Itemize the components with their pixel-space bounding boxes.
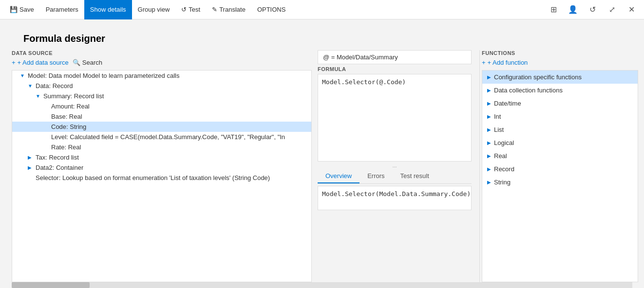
function-expand-icon: ▶ (487, 166, 491, 172)
function-item-label: Date/time (494, 100, 521, 107)
tree-item[interactable]: Base: Real (12, 111, 311, 122)
tree-item-label: Data: Record (36, 82, 73, 90)
formula-editor[interactable]: Model.Selector(@.Code) (318, 74, 472, 162)
plus-icon: + (482, 59, 486, 66)
tree-arrow-icon: ▼ (20, 73, 28, 78)
refresh-icon-button[interactable]: ↺ (584, 1, 601, 18)
tree-arrow-icon: ▶ (28, 165, 36, 170)
tree-item-label: Level: Calculated field = CASE(model.Dat… (51, 133, 285, 141)
divider (479, 50, 480, 282)
function-expand-icon: ▶ (487, 153, 491, 159)
function-item-label: List (494, 126, 504, 133)
functions-list: ▶Configuration specific functions▶Data c… (482, 70, 638, 282)
function-item-label: Configuration specific functions (494, 73, 582, 81)
function-item[interactable]: ▶Date/time (482, 97, 638, 110)
options-button[interactable]: OPTIONS (251, 0, 292, 19)
group-view-button[interactable]: Group view (132, 0, 176, 19)
save-icon: 💾 (10, 6, 18, 13)
function-item-label: Int (494, 113, 501, 120)
tree-arrow-icon: ▼ (28, 83, 36, 89)
functions-label: FUNCTIONS (482, 50, 638, 56)
tab-errors[interactable]: Errors (360, 169, 392, 183)
function-item[interactable]: ▶Configuration specific functions (482, 71, 638, 84)
expand-icon-button[interactable]: ⤢ (603, 1, 621, 18)
formula-path: @ = Model/Data/Summary (318, 50, 472, 64)
formula-tabs: OverviewErrorsTest result (318, 169, 472, 184)
datasource-label: DATA SOURCE (12, 50, 312, 56)
body-area: DATA SOURCE + + Add data source 🔍 Search… (0, 50, 644, 282)
function-item[interactable]: ▶Int (482, 110, 638, 123)
function-item[interactable]: ▶String (482, 176, 638, 189)
tab-test_result[interactable]: Test result (393, 169, 437, 183)
tree-item-label: Rate: Real (51, 144, 81, 151)
datasource-tree: ▼Model: Data model Model to learn parame… (12, 70, 312, 282)
function-item[interactable]: ▶Record (482, 162, 638, 176)
tree-item[interactable]: ▼Model: Data model Model to learn parame… (12, 71, 311, 81)
function-expand-icon: ▶ (487, 114, 491, 119)
functions-panel: FUNCTIONS + + Add function ▶Configuratio… (482, 50, 644, 282)
horizontal-scrollbar[interactable] (12, 282, 632, 288)
tree-item[interactable]: ▶Tax: Record list (12, 152, 311, 162)
datasource-panel: DATA SOURCE + + Add data source 🔍 Search… (0, 50, 312, 282)
titlebar-right-controls: ⊞ 👤 ↺ ⤢ ✕ (545, 1, 640, 18)
tree-item[interactable]: ▼Summary: Record list (12, 91, 311, 101)
tree-item[interactable]: ▼Data: Record (12, 81, 311, 91)
tree-item[interactable]: Selector: Lookup based on format enumera… (12, 173, 311, 183)
formula-more: ... (318, 162, 472, 169)
page-title: Formula designer (12, 25, 632, 48)
function-item-label: Logical (494, 139, 514, 146)
tree-item[interactable]: Rate: Real (12, 142, 311, 152)
tree-arrow-icon: ▶ (28, 155, 36, 160)
close-button[interactable]: ✕ (623, 1, 640, 18)
person-icon-button[interactable]: 👤 (564, 1, 582, 18)
tab-overview[interactable]: Overview (318, 169, 360, 183)
tree-item-label: Amount: Real (51, 103, 90, 110)
grid-icon-button[interactable]: ⊞ (545, 1, 562, 18)
tree-arrow-icon: ▼ (36, 93, 43, 99)
add-datasource-button[interactable]: + + Add data source (12, 59, 69, 66)
save-button[interactable]: 💾 Save (4, 0, 40, 19)
formula-result: Model.Selector(Model.Data.Summary.Code) (318, 186, 472, 210)
tree-item-label: Code: String (51, 123, 86, 130)
translate-icon: ✎ (212, 6, 217, 13)
titlebar: 💾 Save Parameters Show details Group vie… (0, 0, 644, 19)
formula-label: FORMULA (318, 66, 472, 72)
function-item-label: String (494, 179, 511, 186)
tree-item[interactable]: Code: String (12, 122, 311, 132)
tree-item-label: Model: Data model Model to learn paramet… (28, 72, 179, 79)
function-expand-icon: ▶ (487, 180, 491, 185)
tree-item-label: Tax: Record list (36, 154, 79, 161)
test-button[interactable]: ↺ Test (175, 0, 206, 19)
add-function-button[interactable]: + + Add function (482, 59, 638, 66)
function-expand-icon: ▶ (487, 140, 491, 145)
tree-item[interactable]: ▶Data2: Container (12, 162, 311, 173)
function-item-label: Real (494, 152, 507, 160)
show-details-button[interactable]: Show details (84, 0, 132, 19)
parameters-button[interactable]: Parameters (40, 0, 84, 19)
function-item-label: Data collection functions (494, 87, 563, 94)
function-item[interactable]: ▶Real (482, 149, 638, 162)
function-expand-icon: ▶ (487, 74, 491, 80)
test-icon: ↺ (181, 6, 187, 13)
datasource-toolbar: + + Add data source 🔍 Search (12, 59, 312, 66)
search-icon: 🔍 (73, 59, 80, 66)
plus-icon: + (12, 59, 16, 66)
formula-panel: @ = Model/Data/Summary FORMULA Model.Sel… (312, 50, 477, 282)
function-expand-icon: ▶ (487, 101, 491, 106)
formula-expression: Model.Selector(@.Code) (322, 78, 406, 86)
scrollbar-thumb[interactable] (12, 282, 90, 288)
function-item[interactable]: ▶List (482, 123, 638, 136)
function-expand-icon: ▶ (487, 127, 491, 132)
function-item[interactable]: ▶Logical (482, 136, 638, 149)
translate-button[interactable]: ✎ Translate (206, 0, 251, 19)
function-item[interactable]: ▶Data collection functions (482, 84, 638, 97)
tree-item[interactable]: Level: Calculated field = CASE(model.Dat… (12, 132, 311, 142)
tree-item[interactable]: Amount: Real (12, 101, 311, 111)
tree-item-label: Base: Real (51, 113, 82, 120)
function-expand-icon: ▶ (487, 88, 491, 93)
main-content: Formula designer DATA SOURCE + + Add dat… (0, 19, 644, 288)
tree-item-label: Data2: Container (36, 164, 83, 171)
function-item-label: Record (494, 165, 514, 173)
search-datasource-button[interactable]: 🔍 Search (73, 59, 102, 66)
tree-item-label: Summary: Record list (43, 92, 104, 100)
